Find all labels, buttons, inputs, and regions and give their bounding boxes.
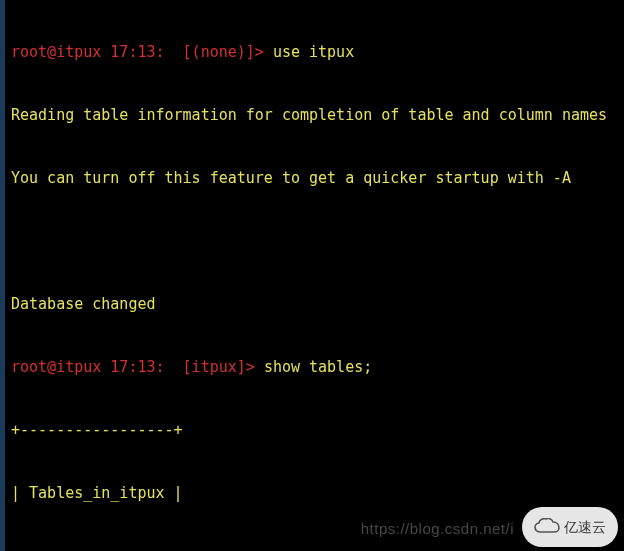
- command-text: use itpux: [273, 43, 354, 61]
- prompt-prefix: root@itpux 17:13: [(none)]>: [11, 43, 273, 61]
- prompt-prefix: root@itpux 17:13: [itpux]>: [11, 358, 264, 376]
- prompt-line-1: root@itpux 17:13: [(none)]> use itpux: [11, 42, 618, 63]
- cloud-icon: [534, 518, 560, 536]
- terminal-window[interactable]: root@itpux 17:13: [(none)]> use itpux Re…: [0, 0, 624, 551]
- command-text: show tables;: [264, 358, 372, 376]
- prompt-line-2: root@itpux 17:13: [itpux]> show tables;: [11, 357, 618, 378]
- watermark-logo-text: 亿速云: [564, 517, 606, 538]
- watermark-logo: 亿速云: [522, 507, 618, 547]
- blank-line: [11, 231, 618, 252]
- output-line: You can turn off this feature to get a q…: [11, 168, 618, 189]
- watermark-url: https://blog.csdn.net/i: [361, 518, 514, 539]
- output-line: Database changed: [11, 294, 618, 315]
- table-border: +-----------------+: [11, 546, 618, 551]
- output-line: Reading table information for completion…: [11, 105, 618, 126]
- table-border: +-----------------+: [11, 420, 618, 441]
- table-header: | Tables_in_itpux |: [11, 483, 618, 504]
